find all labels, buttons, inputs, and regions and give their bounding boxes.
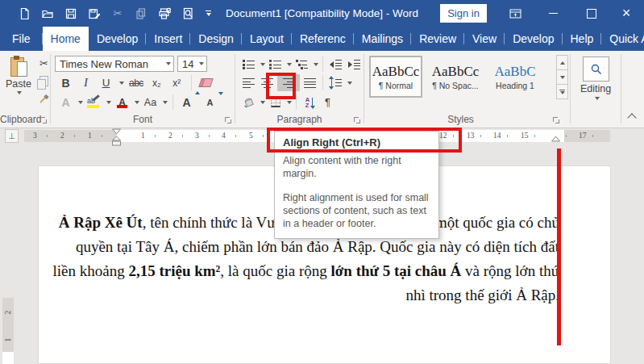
align-left-icon bbox=[243, 77, 255, 88]
font-color-dropdown-icon[interactable] bbox=[135, 101, 139, 104]
increase-indent-button[interactable] bbox=[346, 56, 363, 73]
borders-dropdown-icon[interactable] bbox=[287, 101, 292, 104]
ruler-number: 3 bbox=[33, 130, 37, 142]
hanging-indent-marker[interactable] bbox=[111, 136, 122, 147]
style-no-spacing[interactable]: AaBbCc ¶ No Spac... bbox=[429, 56, 482, 98]
minimize-button[interactable] bbox=[542, 0, 564, 27]
text-highlight-button[interactable]: ab bbox=[85, 94, 102, 111]
styles-dialog-launcher[interactable] bbox=[552, 116, 560, 124]
font-color-icon: A bbox=[117, 96, 127, 108]
annotation-box-align-right-button bbox=[266, 73, 296, 99]
tab-quick-access[interactable]: Quick A bbox=[601, 27, 644, 51]
shading-bucket-icon bbox=[243, 97, 256, 108]
paste-button[interactable]: Paste bbox=[3, 55, 34, 110]
font-size-select[interactable]: 14 bbox=[177, 56, 207, 72]
styles-group-label: Styles bbox=[364, 114, 557, 125]
font-family-select[interactable]: Times New Roman bbox=[55, 56, 174, 72]
shading-dropdown-icon[interactable] bbox=[260, 101, 265, 104]
italic-button[interactable]: I bbox=[77, 74, 94, 91]
font-family-dropdown-icon bbox=[166, 62, 171, 65]
editing-dropdown-icon[interactable] bbox=[595, 97, 600, 100]
editing-label: Editing bbox=[571, 83, 621, 94]
tab-references[interactable]: Referenc bbox=[292, 27, 354, 51]
line-spacing-icon bbox=[331, 78, 332, 87]
highlight-dropdown-icon[interactable] bbox=[106, 101, 111, 104]
shrink-font-button[interactable]: A bbox=[202, 94, 218, 111]
ruler-number: 4 bbox=[222, 130, 226, 142]
change-case-dropdown-icon bbox=[163, 101, 168, 104]
collapse-ribbon-icon[interactable] bbox=[627, 113, 636, 122]
new-document-icon[interactable] bbox=[18, 7, 31, 20]
multilevel-dropdown-icon[interactable] bbox=[314, 63, 318, 66]
customize-qat-icon[interactable] bbox=[205, 10, 211, 16]
vertical-ruler[interactable]: 2 1 1 2 3 4 5 bbox=[2, 298, 14, 364]
tab-view[interactable]: View bbox=[464, 27, 505, 51]
shading-button[interactable] bbox=[240, 94, 257, 111]
paragraph-group-label: Paragraph bbox=[235, 114, 364, 125]
style-preview: AaBbC bbox=[495, 64, 536, 80]
numbering-dropdown-icon[interactable] bbox=[287, 63, 292, 66]
right-indent-marker[interactable] bbox=[551, 136, 561, 143]
styles-scroll-down-button[interactable] bbox=[556, 69, 568, 85]
style-heading-1[interactable]: AaBbC Heading 1 bbox=[488, 56, 542, 98]
text-effects-button[interactable]: A bbox=[57, 94, 74, 111]
close-button[interactable]: × bbox=[614, 0, 638, 27]
tab-home[interactable]: Home bbox=[43, 27, 89, 51]
print-preview-icon[interactable] bbox=[181, 7, 194, 20]
font-dialog-launcher[interactable] bbox=[224, 116, 232, 124]
open-folder-icon[interactable] bbox=[41, 7, 54, 20]
tab-insert[interactable]: Insert bbox=[146, 27, 190, 51]
style-normal[interactable]: AaBbCc ¶ Normal bbox=[369, 56, 422, 98]
ribbon-display-options-button[interactable] bbox=[504, 0, 526, 27]
paste-dropdown-icon[interactable] bbox=[17, 91, 22, 94]
font-group-label: Font bbox=[51, 114, 235, 125]
styles-scroll-up-button[interactable] bbox=[556, 55, 568, 70]
paragraph-dialog-launcher[interactable] bbox=[353, 116, 361, 124]
clear-formatting-button[interactable] bbox=[197, 74, 214, 91]
first-line-indent-marker[interactable] bbox=[111, 128, 122, 135]
bullets-dropdown-icon[interactable] bbox=[260, 63, 265, 66]
justify-button[interactable] bbox=[301, 74, 318, 91]
tab-stop-selector[interactable]: ⊥ bbox=[5, 129, 19, 143]
multilevel-list-button[interactable] bbox=[293, 56, 310, 73]
bold-button[interactable]: B bbox=[57, 74, 74, 91]
tab-help[interactable]: Help bbox=[563, 27, 602, 51]
subscript-button[interactable]: x₂ bbox=[148, 74, 165, 91]
editing-button[interactable] bbox=[583, 56, 609, 82]
underline-button[interactable]: U bbox=[98, 74, 114, 91]
styles-more-button[interactable] bbox=[556, 84, 568, 99]
increase-indent-icon bbox=[348, 61, 352, 68]
show-formatting-marks-button[interactable]: ¶ bbox=[319, 94, 336, 111]
tab-file[interactable]: File bbox=[0, 27, 43, 51]
align-left-button[interactable] bbox=[240, 74, 257, 91]
tab-design[interactable]: Design bbox=[190, 27, 242, 51]
ruler-number: 1 bbox=[3, 334, 13, 345]
underline-dropdown-icon[interactable] bbox=[119, 82, 124, 85]
save-as-icon[interactable] bbox=[88, 7, 101, 20]
print-icon[interactable] bbox=[158, 7, 171, 20]
font-color-button[interactable]: A bbox=[114, 94, 131, 111]
tab-develop-1[interactable]: Develop bbox=[89, 27, 146, 51]
maximize-button[interactable] bbox=[580, 0, 603, 27]
tab-review[interactable]: Review bbox=[411, 27, 464, 51]
sort-button[interactable]: AZ bbox=[301, 94, 318, 111]
line-spacing-button[interactable] bbox=[327, 74, 344, 91]
strikethrough-button[interactable]: abc bbox=[127, 74, 145, 91]
numbering-button[interactable] bbox=[267, 56, 284, 73]
clipboard-dialog-launcher[interactable] bbox=[39, 116, 48, 124]
tab-develop-2[interactable]: Develop bbox=[505, 27, 562, 51]
copy-icon bbox=[39, 76, 48, 86]
bullets-button[interactable] bbox=[240, 56, 257, 73]
style-name: Heading 1 bbox=[496, 81, 534, 90]
sign-in-button[interactable]: Sign in bbox=[440, 4, 487, 23]
font-group: Times New Roman 14 B I U abc x₂ x² A ab … bbox=[51, 51, 235, 128]
grow-font-button[interactable]: A bbox=[178, 94, 195, 111]
editing-group: Editing bbox=[571, 51, 621, 128]
tab-layout[interactable]: Layout bbox=[242, 27, 292, 51]
save-icon[interactable] bbox=[64, 7, 77, 20]
change-case-button[interactable]: Aa bbox=[142, 94, 159, 111]
line-spacing-dropdown-icon[interactable] bbox=[347, 82, 352, 85]
superscript-button[interactable]: x² bbox=[168, 74, 185, 91]
decrease-indent-button[interactable] bbox=[327, 56, 344, 73]
tab-mailings[interactable]: Mailings bbox=[354, 27, 411, 51]
